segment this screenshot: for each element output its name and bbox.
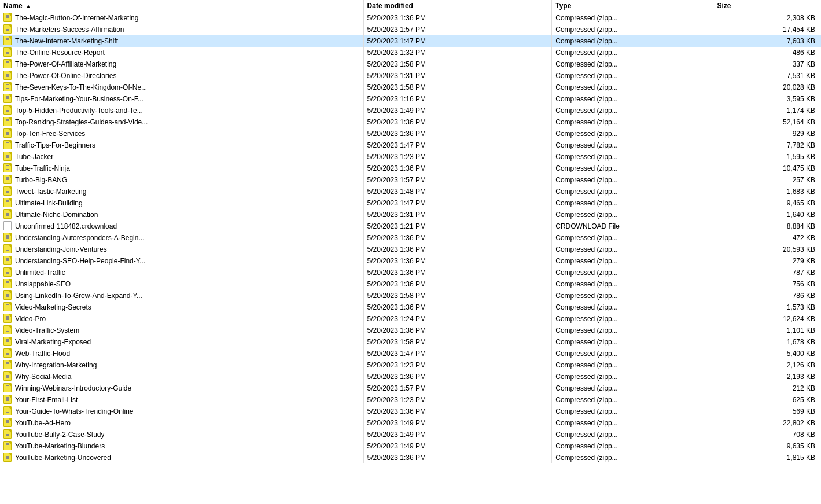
zip-icon — [3, 233, 13, 242]
file-name-cell: Top-Ranking-Strategies-Guides-and-Vide..… — [0, 116, 363, 128]
file-name-cell: Tweet-Tastic-Marketing — [0, 186, 363, 197]
file-explorer-container[interactable]: Name ▲ Date modified Type Size The-Magic… — [0, 0, 821, 504]
file-list-body: The-Magic-Button-Of-Internet-Marketing5/… — [0, 12, 821, 463]
zip-icon — [3, 325, 13, 334]
table-row[interactable]: The-Magic-Button-Of-Internet-Marketing5/… — [0, 12, 821, 24]
file-name-cell: Understanding-Joint-Ventures — [0, 244, 363, 255]
table-row[interactable]: Turbo-Big-BANG5/20/2023 1:57 PMCompresse… — [0, 174, 821, 186]
file-name-cell: Understanding-SEO-Help-People-Find-Y... — [0, 255, 363, 267]
table-row[interactable]: Why-Integration-Marketing5/20/2023 1:23 … — [0, 359, 821, 371]
table-row[interactable]: Winning-Webinars-Introductory-Guide5/20/… — [0, 382, 821, 394]
zip-icon — [3, 186, 13, 196]
file-type-cell: Compressed (zipp... — [552, 47, 713, 58]
table-row[interactable]: YouTube-Marketing-Blunders5/20/2023 1:49… — [0, 440, 821, 452]
file-size-cell: 2,308 KB — [713, 12, 821, 24]
table-row[interactable]: The-Power-Of-Online-Directories5/20/2023… — [0, 70, 821, 82]
file-name-text: YouTube-Marketing-Uncovered — [15, 454, 111, 462]
table-row[interactable]: Unconfirmed 118482.crdownload5/20/2023 1… — [0, 220, 821, 232]
table-row[interactable]: Understanding-Joint-Ventures5/20/2023 1:… — [0, 244, 821, 255]
table-row[interactable]: The-Power-Of-Affiliate-Marketing5/20/202… — [0, 58, 821, 70]
table-row[interactable]: Unslappable-SEO5/20/2023 1:36 PMCompress… — [0, 278, 821, 290]
file-size-cell: 1,683 KB — [713, 186, 821, 197]
table-row[interactable]: Unlimited-Traffic5/20/2023 1:36 PMCompre… — [0, 267, 821, 278]
table-row[interactable]: Tweet-Tastic-Marketing5/20/2023 1:48 PMC… — [0, 186, 821, 197]
zip-icon — [3, 117, 13, 126]
file-date-cell: 5/20/2023 1:23 PM — [363, 359, 552, 371]
file-name-cell: Video-Traffic-System — [0, 325, 363, 336]
file-name-cell: Unlimited-Traffic — [0, 267, 363, 278]
zip-icon — [3, 302, 13, 311]
table-row[interactable]: Tube-Jacker5/20/2023 1:23 PMCompressed (… — [0, 151, 821, 163]
table-row[interactable]: Top-5-Hidden-Productivity-Tools-and-Te..… — [0, 105, 821, 116]
table-row[interactable]: Top-Ranking-Strategies-Guides-and-Vide..… — [0, 116, 821, 128]
table-row[interactable]: The-New-Internet-Marketing-Shift5/20/202… — [0, 35, 821, 47]
file-name-cell: YouTube-Marketing-Blunders — [0, 440, 363, 452]
file-name-cell: Ultimate-Niche-Domination — [0, 209, 363, 220]
table-row[interactable]: Your-First-Email-List5/20/2023 1:23 PMCo… — [0, 394, 821, 406]
table-row[interactable]: Top-Ten-Free-Services5/20/2023 1:36 PMCo… — [0, 128, 821, 139]
zip-icon — [3, 371, 13, 381]
zip-icon — [3, 175, 13, 184]
file-type-cell: Compressed (zipp... — [552, 255, 713, 267]
file-type-cell: Compressed (zipp... — [552, 417, 713, 429]
file-size-cell: 1,573 KB — [713, 301, 821, 313]
zip-icon — [3, 82, 13, 91]
table-row[interactable]: Video-Marketing-Secrets5/20/2023 1:36 PM… — [0, 301, 821, 313]
type-column-header[interactable]: Type — [552, 0, 713, 12]
file-size-cell: 20,593 KB — [713, 244, 821, 255]
file-date-cell: 5/20/2023 1:49 PM — [363, 417, 552, 429]
zip-icon — [3, 256, 13, 265]
name-column-header[interactable]: Name ▲ — [0, 0, 363, 12]
file-type-cell: Compressed (zipp... — [552, 105, 713, 116]
table-row[interactable]: The-Online-Resource-Report5/20/2023 1:32… — [0, 47, 821, 58]
file-size-cell: 1,101 KB — [713, 325, 821, 336]
table-row[interactable]: The-Seven-Keys-To-The-Kingdom-Of-Ne...5/… — [0, 82, 821, 93]
file-date-cell: 5/20/2023 1:57 PM — [363, 24, 552, 35]
table-row[interactable]: YouTube-Ad-Hero5/20/2023 1:49 PMCompress… — [0, 417, 821, 429]
file-type-cell: Compressed (zipp... — [552, 209, 713, 220]
file-type-cell: Compressed (zipp... — [552, 232, 713, 244]
file-date-cell: 5/20/2023 1:36 PM — [363, 12, 552, 24]
table-row[interactable]: Video-Traffic-System5/20/2023 1:36 PMCom… — [0, 325, 821, 336]
file-name-cell: Why-Social-Media — [0, 371, 363, 382]
file-name-text: Top-Ten-Free-Services — [15, 130, 85, 138]
table-row[interactable]: Why-Social-Media5/20/2023 1:36 PMCompres… — [0, 371, 821, 382]
file-name-text: Ultimate-Niche-Domination — [15, 211, 98, 219]
table-row[interactable]: Tube-Traffic-Ninja5/20/2023 1:36 PMCompr… — [0, 163, 821, 174]
zip-icon — [3, 441, 13, 450]
file-type-cell: Compressed (zipp... — [552, 93, 713, 105]
file-date-cell: 5/20/2023 1:32 PM — [363, 47, 552, 58]
file-name-text: Why-Integration-Marketing — [15, 361, 97, 369]
table-row[interactable]: Ultimate-Niche-Domination5/20/2023 1:31 … — [0, 209, 821, 220]
table-row[interactable]: Tips-For-Marketing-Your-Business-On-F...… — [0, 93, 821, 105]
table-row[interactable]: Your-Guide-To-Whats-Trending-Online5/20/… — [0, 406, 821, 417]
file-name-text: Your-Guide-To-Whats-Trending-Online — [15, 407, 134, 415]
file-type-cell: Compressed (zipp... — [552, 348, 713, 359]
table-row[interactable]: YouTube-Marketing-Uncovered5/20/2023 1:3… — [0, 452, 821, 463]
file-name-text: Using-LinkedIn-To-Grow-And-Expand-Y... — [15, 292, 142, 300]
table-row[interactable]: The-Marketers-Success-Affirmation5/20/20… — [0, 24, 821, 35]
table-row[interactable]: Understanding-Autoresponders-A-Begin...5… — [0, 232, 821, 244]
table-row[interactable]: Web-Traffic-Flood5/20/2023 1:47 PMCompre… — [0, 348, 821, 359]
file-type-cell: Compressed (zipp... — [552, 394, 713, 406]
date-column-header[interactable]: Date modified — [363, 0, 552, 12]
table-row[interactable]: Traffic-Tips-For-Beginners5/20/2023 1:47… — [0, 139, 821, 151]
file-name-text: Web-Traffic-Flood — [15, 350, 70, 358]
file-size-cell: 8,884 KB — [713, 220, 821, 232]
file-name-cell: Traffic-Tips-For-Beginners — [0, 139, 363, 151]
file-name-cell: Using-LinkedIn-To-Grow-And-Expand-Y... — [0, 290, 363, 301]
file-name-cell: Winning-Webinars-Introductory-Guide — [0, 382, 363, 394]
table-row[interactable]: Video-Pro5/20/2023 1:24 PMCompressed (zi… — [0, 313, 821, 325]
table-row[interactable]: Viral-Marketing-Exposed5/20/2023 1:58 PM… — [0, 336, 821, 348]
file-size-cell: 786 KB — [713, 290, 821, 301]
table-row[interactable]: Understanding-SEO-Help-People-Find-Y...5… — [0, 255, 821, 267]
size-column-header[interactable]: Size — [713, 0, 821, 12]
file-name-cell: The-Magic-Button-Of-Internet-Marketing — [0, 12, 363, 24]
table-row[interactable]: YouTube-Bully-2-Case-Study5/20/2023 1:49… — [0, 429, 821, 440]
table-row[interactable]: Ultimate-Link-Building5/20/2023 1:47 PMC… — [0, 197, 821, 209]
file-name-cell: Video-Pro — [0, 313, 363, 325]
file-type-cell: Compressed (zipp... — [552, 35, 713, 47]
zip-icon — [3, 279, 13, 288]
table-row[interactable]: Using-LinkedIn-To-Grow-And-Expand-Y...5/… — [0, 290, 821, 301]
file-date-cell: 5/20/2023 1:36 PM — [363, 255, 552, 267]
